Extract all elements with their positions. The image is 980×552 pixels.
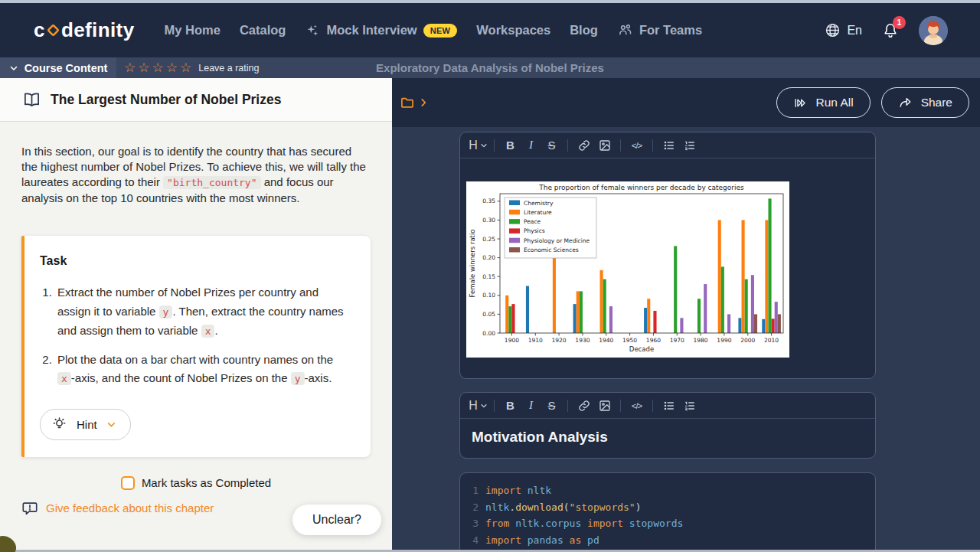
line-number: 4 — [465, 532, 479, 549]
svg-text:0.20: 0.20 — [482, 254, 495, 261]
bullet-list-icon — [663, 400, 675, 412]
svg-text:0.30: 0.30 — [482, 217, 495, 224]
share-label: Share — [921, 96, 952, 109]
code-cell[interactable]: 1import nltk2nltk.download("stopwords")3… — [459, 472, 876, 550]
svg-text:Economic Sciences: Economic Sciences — [524, 247, 579, 253]
course-content-menu[interactable]: Course Content — [0, 57, 116, 78]
toolbar-link-button[interactable] — [573, 136, 594, 155]
unclear-button[interactable]: Unclear? — [292, 505, 381, 535]
toolbar-divider — [567, 400, 568, 412]
mark-completed-checkbox[interactable] — [121, 476, 135, 490]
toolbar-image-button[interactable] — [594, 396, 615, 416]
toolbar-bullet-list-button[interactable] — [658, 136, 679, 155]
star-icon[interactable]: ☆ — [138, 61, 149, 74]
svg-text:Literature: Literature — [524, 209, 552, 216]
svg-text:1960: 1960 — [646, 337, 661, 344]
rating-stars: ☆☆☆☆☆ — [124, 61, 191, 74]
nav-item-catalog[interactable]: Catalog — [240, 23, 286, 38]
task-list: Extract the number of Nobel Prizes per c… — [55, 283, 352, 389]
notification-badge: 1 — [893, 16, 906, 29]
nav-item-workspaces[interactable]: Workspaces — [476, 23, 550, 38]
toolbar-divider — [494, 139, 495, 152]
svg-text:0.10: 0.10 — [482, 292, 495, 299]
navbar-right: En 1 — [825, 16, 948, 45]
chart-container: The proportion of female winners per dec… — [460, 158, 875, 378]
svg-text:1910: 1910 — [528, 337, 543, 344]
inline-code: y — [291, 372, 305, 385]
svg-text:Peace: Peace — [524, 218, 541, 225]
toolbar-ordered-list-button[interactable] — [679, 396, 700, 416]
toolbar-strikethrough-button[interactable]: S — [541, 396, 562, 416]
toolbar-bold-button[interactable]: B — [500, 136, 521, 155]
codefinity-logo[interactable]: c definity — [34, 18, 135, 42]
markdown-cell-heading: HBIS</> Motivation Analysis — [459, 392, 876, 459]
inline-code: "birth_country" — [163, 176, 260, 189]
svg-text:0.15: 0.15 — [482, 273, 495, 280]
star-icon[interactable]: ☆ — [180, 61, 191, 74]
user-avatar[interactable] — [919, 16, 948, 45]
star-icon[interactable]: ☆ — [124, 61, 136, 74]
notifications-button[interactable]: 1 — [882, 22, 899, 39]
toolbar-bullet-list-button[interactable] — [658, 396, 679, 416]
svg-text:1990: 1990 — [717, 337, 731, 344]
globe-icon — [825, 22, 841, 38]
markdown-cell-chart: HBIS</> The proportion of female winners… — [459, 132, 876, 379]
bold-icon: B — [506, 399, 514, 412]
toolbar-code-button[interactable]: </> — [626, 136, 647, 155]
toolbar-italic-button[interactable]: I — [521, 136, 541, 155]
nav-item-label: Blog — [570, 23, 598, 38]
toolbar-code-button[interactable]: </> — [626, 396, 647, 416]
course-bar: Exploratory Data Analysis of Nobel Prize… — [0, 57, 980, 78]
svg-text:0.35: 0.35 — [482, 198, 495, 204]
task-item: Extract the number of Nobel Prizes per c… — [55, 283, 352, 341]
toolbar-strikethrough-button[interactable]: S — [541, 136, 562, 155]
svg-text:Physiology or Medicine: Physiology or Medicine — [524, 237, 590, 244]
nav-item-label: Catalog — [240, 23, 286, 38]
star-icon[interactable]: ☆ — [166, 61, 178, 74]
task-card: Task Extract the number of Nobel Prizes … — [21, 236, 371, 457]
svg-text:Chemistry: Chemistry — [524, 200, 554, 207]
run-all-button[interactable]: Run All — [776, 87, 871, 118]
people-icon — [617, 22, 633, 38]
image-icon — [599, 139, 611, 152]
star-icon[interactable]: ☆ — [152, 61, 164, 74]
svg-text:The proportion of female winne: The proportion of female winners per dec… — [538, 184, 744, 191]
toolbar-image-button[interactable] — [594, 136, 615, 155]
svg-text:Female winners ratio: Female winners ratio — [469, 230, 476, 298]
nav-item-blog[interactable]: Blog — [570, 23, 598, 38]
nav-item-my-home[interactable]: My Home — [165, 23, 220, 38]
bullet-list-icon — [663, 139, 675, 152]
markdown-heading[interactable]: Motivation Analysis — [460, 419, 875, 458]
toolbar-bold-button[interactable]: B — [500, 396, 521, 416]
logo-text: definity — [61, 18, 135, 42]
toolbar-heading-button[interactable]: H — [468, 136, 488, 155]
toolbar-link-button[interactable] — [573, 396, 594, 416]
chart-image: The proportion of female winners per dec… — [466, 181, 789, 358]
file-tree-toggle[interactable] — [400, 95, 429, 110]
toolbar-italic-button[interactable]: I — [521, 396, 541, 416]
nav-item-mock-interview[interactable]: Mock InterviewNEW — [305, 23, 457, 38]
nav-item-label: Mock Interview — [326, 23, 416, 38]
toolbar-ordered-list-button[interactable] — [679, 136, 700, 155]
nav-item-label: Workspaces — [476, 23, 550, 38]
hint-button[interactable]: Hint — [40, 409, 131, 440]
ordered-list-icon — [684, 139, 696, 152]
svg-text:Physics: Physics — [524, 227, 545, 234]
inline-code: y — [159, 305, 173, 318]
main-navbar: c definity My HomeCatalogMock InterviewN… — [0, 3, 980, 57]
link-icon — [578, 139, 590, 152]
nav-item-for-teams[interactable]: For Teams — [617, 22, 702, 38]
share-button[interactable]: Share — [881, 87, 969, 118]
toolbar-heading-button[interactable]: H — [468, 396, 488, 416]
language-selector[interactable]: En — [825, 22, 862, 38]
share-icon — [898, 96, 913, 110]
task-heading: Task — [40, 254, 352, 268]
nav-item-label: My Home — [165, 23, 220, 38]
mark-completed-row: Mark tasks as Completed — [21, 476, 371, 490]
inline-code: x — [201, 325, 215, 338]
svg-text:1940: 1940 — [599, 337, 613, 344]
page-title: The Largest Number of Nobel Prizes — [51, 92, 281, 108]
chevron-down-icon — [9, 64, 18, 73]
toolbar-divider — [620, 139, 621, 152]
svg-text:0.00: 0.00 — [482, 330, 495, 337]
